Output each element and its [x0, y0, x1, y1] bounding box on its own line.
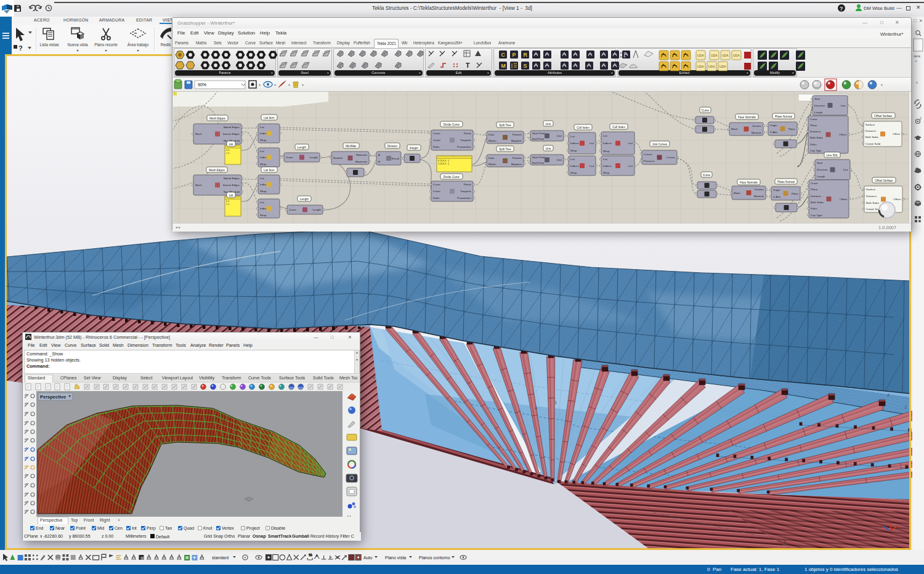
svg-text:S: S	[524, 63, 527, 69]
svg-text:Indices: Indices	[603, 164, 612, 168]
svg-text:Index: Index	[260, 132, 267, 135]
svg-text:List: List	[229, 143, 233, 146]
svg-text:Result: Result	[392, 157, 400, 160]
svg-text:Origin: Origin	[773, 188, 780, 192]
svg-text:Interior Edges: Interior Edges	[223, 132, 240, 135]
svg-text:Curves: Curves	[644, 153, 653, 156]
svg-text:Indices: Indices	[603, 142, 612, 145]
svg-text:Length: Length	[817, 175, 825, 178]
svg-text:Mesh: Mesh	[734, 192, 740, 195]
svg-text:Index: Index	[260, 156, 267, 159]
svg-text:List: List	[603, 134, 608, 137]
svg-text:Points: Points	[464, 132, 472, 135]
svg-text:List: List	[603, 158, 608, 161]
svg-text:Line: Line	[546, 123, 551, 126]
svg-text:Mesh: Mesh	[195, 184, 202, 187]
svg-text:Start: Start	[817, 161, 823, 164]
svg-text:Mesh Edges: Mesh Edges	[209, 117, 225, 120]
svg-text:UDA: UDA	[722, 54, 729, 57]
svg-text:Number: Number	[333, 156, 343, 160]
svg-text:▾: ▾	[288, 83, 290, 87]
svg-text:List: List	[628, 142, 633, 145]
svg-text:Length: Length	[814, 111, 823, 114]
svg-text:List: List	[628, 164, 633, 168]
svg-text:1: 1	[554, 400, 557, 405]
svg-text:Plane Normal: Plane Normal	[775, 115, 792, 118]
svg-text:▾: ▾	[274, 83, 276, 87]
svg-text:List: List	[590, 142, 594, 145]
svg-text:Curve: Curve	[702, 109, 710, 112]
svg-text:1 1: 1 1	[226, 203, 230, 206]
svg-text:Length: Length	[298, 146, 306, 149]
svg-text:Index: Index	[260, 207, 267, 210]
svg-text:Perspective: Perspective	[40, 394, 66, 400]
svg-text:List: List	[260, 201, 265, 204]
svg-text:?: ?	[840, 6, 843, 12]
svg-text:Both Sides: Both Sides	[811, 201, 824, 204]
svg-text:Cap Type: Cap Type	[810, 149, 822, 152]
svg-text:End Point: End Point	[532, 161, 545, 164]
svg-text:?: ?	[18, 44, 23, 52]
svg-text:Split Tree: Split Tree	[499, 148, 511, 151]
svg-text:Integer: Integer	[410, 147, 419, 150]
svg-text:Plane: Plane	[811, 188, 818, 191]
svg-text:Curve: Curve	[433, 132, 440, 135]
svg-text:Plane Normal: Plane Normal	[777, 180, 795, 184]
svg-text:A: A	[378, 153, 380, 156]
svg-text:Both Sides: Both Sides	[866, 201, 880, 204]
svg-text:Offset: Offset	[893, 132, 900, 135]
svg-text:Start Point: Start Point	[532, 132, 545, 135]
svg-text:1: 1	[784, 540, 787, 546]
svg-text:Wrap: Wrap	[260, 163, 267, 166]
svg-text:□: □	[914, 18, 917, 23]
svg-text:Distance: Distance	[810, 130, 821, 133]
svg-text:standard: standard	[212, 556, 229, 560]
svg-text:Curve: Curve	[810, 118, 817, 121]
svg-text:Both Sides: Both Sides	[810, 136, 824, 139]
svg-text:Negative: Negative	[511, 139, 522, 142]
svg-text:Normals: Normals	[754, 195, 764, 198]
svg-text:Positive: Positive	[513, 156, 522, 160]
svg-text:Z-Axis: Z-Axis	[770, 131, 778, 134]
svg-text:R: R	[524, 52, 528, 58]
svg-text:Tangents: Tangents	[460, 190, 472, 193]
svg-text:%: %	[309, 553, 312, 557]
svg-text:90%: 90%	[198, 83, 206, 87]
svg-text:Min/Max: Min/Max	[346, 145, 357, 148]
svg-text:Direction: Direction	[817, 168, 828, 171]
svg-text:Masks: Masks	[488, 139, 496, 142]
svg-text:Plane: Plane	[788, 127, 796, 131]
svg-text:Length: Length	[300, 198, 309, 201]
svg-text:Divide Curve: Divide Curve	[444, 123, 460, 126]
svg-text:Offset Surface: Offset Surface	[874, 115, 893, 118]
svg-text:▾: ▾	[259, 83, 261, 87]
svg-text:Line: Line	[843, 168, 849, 171]
svg-text:Kinks: Kinks	[433, 145, 440, 148]
svg-text:Distance: Distance	[811, 195, 822, 198]
svg-text:Cap Type: Cap Type	[811, 214, 822, 217]
svg-text:A: A	[535, 406, 538, 410]
svg-text:Wrap: Wrap	[603, 171, 610, 174]
svg-text:A: A	[887, 393, 890, 397]
svg-text:Maximum: Maximum	[355, 160, 367, 163]
svg-text:Offset Surface: Offset Surface	[875, 179, 893, 182]
svg-text:Indices: Indices	[570, 142, 580, 145]
svg-text:Kinks: Kinks	[810, 143, 817, 146]
svg-text:B: B	[378, 160, 380, 163]
svg-text:▾: ▾	[881, 83, 883, 87]
svg-text:Mesh Edges: Mesh Edges	[209, 169, 225, 172]
svg-text:Data: Data	[488, 156, 495, 160]
svg-text:Offset: Offset	[839, 133, 846, 136]
svg-text:Distance: Distance	[866, 195, 877, 198]
svg-text:▾: ▾	[302, 83, 304, 87]
svg-text:Line SDL: Line SDL	[827, 154, 838, 157]
svg-text:Minimum: Minimum	[356, 153, 367, 156]
svg-text:Cull Index: Cull Index	[577, 126, 590, 129]
svg-text:Plane: Plane	[792, 192, 799, 195]
svg-text:Mesh: Mesh	[195, 132, 202, 135]
svg-text:Wrap: Wrap	[570, 171, 577, 174]
svg-text:Parameters: Parameters	[457, 196, 471, 200]
svg-text:Normals: Normals	[752, 131, 762, 134]
svg-text:T: T	[466, 62, 470, 69]
svg-text:Wrap: Wrap	[570, 149, 577, 152]
